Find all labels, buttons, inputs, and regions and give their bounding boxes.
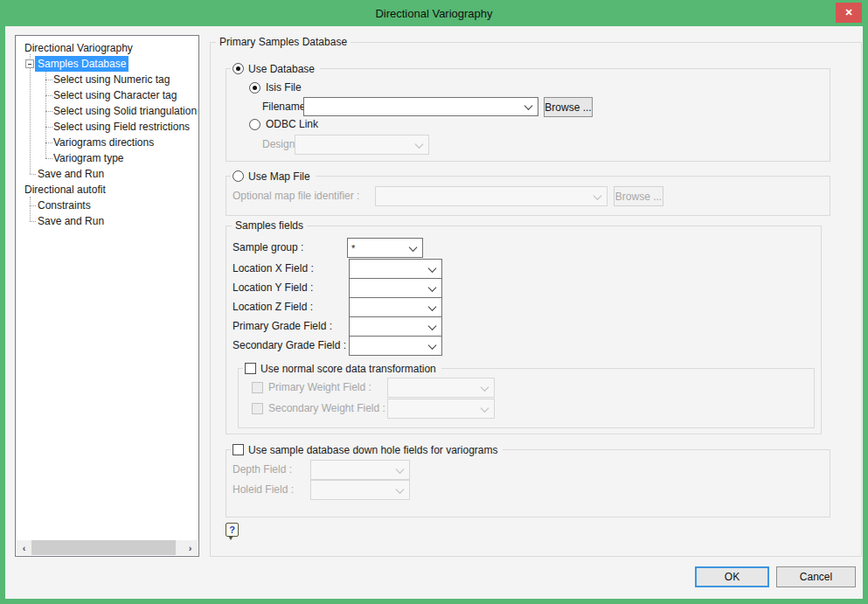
use-database-radio-row[interactable]: Use Database xyxy=(231,61,320,76)
location-y-combobox[interactable] xyxy=(349,278,442,298)
tree-item-directional-autofit[interactable]: Directional autofit xyxy=(16,182,198,198)
location-x-label: Location X Field : xyxy=(233,259,314,279)
primary-weight-checkbox xyxy=(252,382,263,393)
chevron-down-icon xyxy=(428,264,437,273)
odbc-link-label: ODBC Link xyxy=(266,118,318,130)
map-identifier-label: Optional map file identifier : xyxy=(233,186,359,206)
tree-item-save-and-run-2[interactable]: Save and Run xyxy=(16,213,198,229)
down-hole-checkbox[interactable] xyxy=(233,444,244,455)
chevron-down-icon xyxy=(396,485,405,494)
scrollbar-track[interactable] xyxy=(176,540,183,555)
title-bar: Directional Variography xyxy=(0,0,868,26)
depth-field-combobox xyxy=(310,460,410,480)
secondary-weight-row: Secondary Weight Field : xyxy=(252,402,385,414)
secondary-grade-label: Secondary Grade Field : xyxy=(233,336,346,356)
sample-group-combobox[interactable]: * xyxy=(347,238,423,258)
secondary-grade-combobox[interactable] xyxy=(349,336,442,356)
use-map-file-radio[interactable] xyxy=(233,170,244,182)
normal-score-checkbox-row[interactable]: Use normal score data transformation xyxy=(243,361,441,376)
tree-item-select-character-tag[interactable]: Select using Character tag xyxy=(16,87,198,103)
location-z-label: Location Z Field : xyxy=(233,297,313,317)
scroll-left-arrow-icon[interactable]: ‹ xyxy=(17,540,31,555)
filename-label: Filename xyxy=(262,97,305,116)
use-map-file-radio-row[interactable]: Use Map File xyxy=(231,169,316,184)
holeid-field-combobox xyxy=(310,480,410,500)
normal-score-group: Use normal score data transformation xyxy=(238,368,815,428)
chevron-down-icon xyxy=(409,243,418,252)
tree-item-variograms-directions[interactable]: Variograms directions xyxy=(16,135,198,150)
window-title: Directional Variography xyxy=(375,7,492,20)
chevron-down-icon xyxy=(481,383,490,392)
collapse-minus-icon[interactable] xyxy=(25,59,34,68)
design-combobox xyxy=(295,135,429,155)
chevron-down-icon xyxy=(428,283,437,292)
primary-grade-combobox[interactable] xyxy=(349,316,442,337)
holeid-field-label: Holeid Field : xyxy=(233,480,294,500)
isis-file-radio-row[interactable]: Isis File xyxy=(249,81,302,94)
design-label: Design xyxy=(262,135,295,155)
secondary-weight-checkbox xyxy=(252,403,263,414)
chevron-down-icon xyxy=(481,404,490,413)
sample-group-label: Sample group : xyxy=(233,238,303,258)
tree-item-select-solid-triangulation[interactable]: Select using Solid triangulation xyxy=(16,103,198,119)
cancel-button[interactable]: Cancel xyxy=(776,566,856,587)
isis-file-label: Isis File xyxy=(266,81,302,94)
tree-item-save-and-run[interactable]: Save and Run xyxy=(16,166,198,182)
tree-item-variogram-type[interactable]: Variogram type xyxy=(16,150,198,166)
tree-item-samples-database[interactable]: Samples Database xyxy=(16,56,198,72)
chevron-down-icon xyxy=(594,191,602,200)
scroll-right-arrow-icon[interactable]: › xyxy=(183,540,198,555)
location-z-combobox[interactable] xyxy=(349,297,442,317)
map-browse-button: Browse ... xyxy=(614,186,663,206)
secondary-weight-combobox xyxy=(387,399,495,419)
chevron-down-icon xyxy=(415,140,424,149)
secondary-weight-label: Secondary Weight Field : xyxy=(268,402,385,414)
location-x-combobox[interactable] xyxy=(349,259,442,279)
tree-item-select-field-restrictions[interactable]: Select using Field restrictions xyxy=(16,119,198,135)
primary-weight-combobox xyxy=(387,378,495,398)
tree-item-select-numeric-tag[interactable]: Select using Numeric tag xyxy=(16,72,198,87)
tree-item-directional-variography[interactable]: Directional Variography xyxy=(16,40,198,56)
filename-browse-button[interactable]: Browse ... xyxy=(544,97,593,117)
normal-score-checkbox[interactable] xyxy=(245,363,256,374)
use-database-label: Use Database xyxy=(248,63,315,75)
sample-group-value: * xyxy=(351,240,406,258)
use-database-radio[interactable] xyxy=(233,63,244,74)
isis-file-radio[interactable] xyxy=(249,82,260,94)
help-icon[interactable]: ? xyxy=(226,523,239,537)
normal-score-label: Use normal score data transformation xyxy=(260,363,436,375)
dialog-window: Directional Variography ✕ Directional Va… xyxy=(0,0,868,604)
chevron-down-icon xyxy=(428,322,437,330)
down-hole-label: Use sample database down hole fields for… xyxy=(248,444,497,456)
primary-weight-label: Primary Weight Field : xyxy=(268,381,372,393)
location-y-label: Location Y Field : xyxy=(233,278,313,298)
navigation-tree: Directional Variography Samples Database… xyxy=(15,35,199,557)
odbc-link-radio-row[interactable]: ODBC Link xyxy=(249,118,318,130)
odbc-link-radio[interactable] xyxy=(249,119,260,130)
close-icon: ✕ xyxy=(844,7,852,18)
map-identifier-combobox xyxy=(375,186,608,206)
close-button[interactable]: ✕ xyxy=(836,3,862,23)
ok-button[interactable]: OK xyxy=(695,566,769,587)
chevron-down-icon xyxy=(428,341,437,350)
scrollbar-thumb[interactable] xyxy=(31,540,176,555)
down-hole-checkbox-row[interactable]: Use sample database down hole fields for… xyxy=(231,442,503,457)
filename-combobox[interactable] xyxy=(303,97,538,116)
group-title: Primary Samples Database xyxy=(216,36,351,49)
depth-field-label: Depth Field : xyxy=(233,460,292,480)
chevron-down-icon xyxy=(428,302,437,311)
samples-fields-title: Samples fields xyxy=(232,219,307,233)
horizontal-scrollbar[interactable]: ‹ › xyxy=(17,540,198,555)
use-map-file-label: Use Map File xyxy=(248,170,310,183)
dialog-body: Directional Variography Samples Database… xyxy=(5,26,863,599)
primary-weight-row: Primary Weight Field : xyxy=(252,381,372,393)
primary-grade-label: Primary Grade Field : xyxy=(233,316,332,337)
chevron-down-icon xyxy=(524,101,533,110)
tree-item-constraints[interactable]: Constraints xyxy=(16,198,198,213)
chevron-down-icon xyxy=(396,465,405,474)
